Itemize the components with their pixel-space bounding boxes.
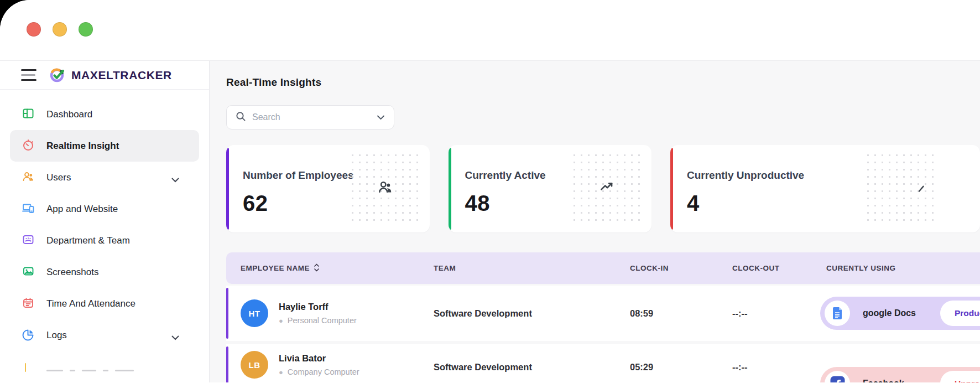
sidebar-item-department-team[interactable]: Department & Team xyxy=(10,225,199,256)
search-box xyxy=(226,105,394,130)
table-row[interactable]: HT Haylie Torff ●Personal Computer Softw… xyxy=(226,286,980,341)
page-title: Real-Time Insights xyxy=(226,76,980,89)
devices-icon xyxy=(22,201,35,217)
logs-icon xyxy=(22,328,35,343)
team-cell: Software Development xyxy=(434,362,630,372)
app-window: MAXELTRACKER Dashboard R xyxy=(0,0,980,383)
employee-device: ●Company Computer xyxy=(279,368,359,376)
sidebar-item-label: Logs xyxy=(46,330,67,341)
chevron-down-icon xyxy=(171,333,179,343)
sidebar-item-label: Users xyxy=(46,172,71,183)
sidebar: MAXELTRACKER Dashboard R xyxy=(0,61,210,382)
screenshots-icon xyxy=(22,265,35,280)
dot-pattern xyxy=(571,152,644,225)
table-header: EMPLOYEE NAME TEAM CLOCK-IN CLOCK-OUT CU… xyxy=(226,252,980,284)
hamburger-menu-icon[interactable] xyxy=(21,69,37,81)
productivity-badge: Unproductive xyxy=(940,371,980,383)
brand-name: MAXELTRACKER xyxy=(71,69,172,82)
row-accent-bar xyxy=(226,346,228,382)
sidebar-item-truncated[interactable] xyxy=(10,351,199,382)
dot-pattern xyxy=(864,152,937,225)
realtime-insight-icon xyxy=(22,138,35,154)
app-name: Facebook xyxy=(863,379,904,383)
sidebar-item-label: App and Website xyxy=(46,204,118,215)
window-controls xyxy=(27,22,93,37)
stat-card-currently-unproductive: Currently Unproductive 4 xyxy=(670,145,980,232)
card-accent-bar xyxy=(670,148,673,230)
avatar: HT xyxy=(241,299,268,327)
trending-up-icon xyxy=(599,179,616,198)
currently-using-chip: Facebook Unproductive xyxy=(820,367,980,383)
card-accent-bar xyxy=(449,148,451,230)
column-header-employee-name[interactable]: EMPLOYEE NAME xyxy=(226,263,434,273)
search-dropdown-chevron-icon[interactable] xyxy=(377,112,385,122)
column-header-clock-out: CLOCK-OUT xyxy=(732,264,826,272)
calendar-icon xyxy=(22,296,35,312)
stat-card-employees: Number of Employees 62 xyxy=(226,145,430,232)
brand-logo: MAXELTRACKER xyxy=(49,65,172,85)
card-accent-bar xyxy=(226,148,229,230)
search-input[interactable] xyxy=(252,112,371,122)
users-icon xyxy=(22,170,35,185)
facebook-icon xyxy=(825,371,850,383)
sidebar-item-app-and-website[interactable]: App and Website xyxy=(10,193,199,225)
app-name: google Docs xyxy=(863,308,916,318)
sidebar-item-logs[interactable]: Logs xyxy=(10,319,199,351)
avatar: LB xyxy=(241,351,268,379)
clock-out-cell: --:-- xyxy=(732,308,826,319)
sidebar-item-dashboard[interactable]: Dashboard xyxy=(10,99,199,130)
realtime-table: EMPLOYEE NAME TEAM CLOCK-IN CLOCK-OUT CU… xyxy=(226,252,980,382)
search-icon xyxy=(236,111,246,124)
truncated-item-icon xyxy=(22,359,35,375)
clock-out-cell: --:-- xyxy=(732,362,826,372)
clock-in-cell: 08:59 xyxy=(630,308,732,319)
department-icon xyxy=(22,233,35,249)
employee-name: Haylie Torff xyxy=(279,302,357,312)
stat-cards: Number of Employees 62 Currently A xyxy=(226,145,980,232)
sidebar-header: MAXELTRACKER xyxy=(0,61,209,90)
productivity-badge: Productive xyxy=(940,301,980,326)
unproductive-icon xyxy=(916,179,933,198)
main-content: Real-Time Insights Number of Employees 6… xyxy=(210,61,980,382)
table-row[interactable]: LB Livia Bator ●Company Computer Softwar… xyxy=(226,344,980,382)
dot-pattern xyxy=(349,152,422,225)
row-accent-bar xyxy=(226,288,228,339)
clock-in-cell: 05:29 xyxy=(630,362,732,372)
sidebar-item-label xyxy=(46,362,134,371)
minimize-button[interactable] xyxy=(53,22,67,37)
sidebar-item-screenshots[interactable]: Screenshots xyxy=(10,256,199,288)
sidebar-item-users[interactable]: Users xyxy=(10,162,199,193)
currently-using-chip: google Docs Productive xyxy=(820,297,980,330)
google-docs-icon xyxy=(825,301,850,326)
sidebar-item-realtime-insight[interactable]: Realtime Insight xyxy=(10,130,199,162)
sidebar-item-label: Realtime Insight xyxy=(46,141,119,152)
logo-mark-icon xyxy=(49,65,66,85)
sidebar-item-label: Dashboard xyxy=(46,109,92,120)
chevron-down-icon xyxy=(171,175,179,185)
sort-icon[interactable] xyxy=(314,263,320,273)
titlebar xyxy=(0,0,980,61)
sidebar-item-time-and-attendance[interactable]: Time And Attendance xyxy=(10,288,199,319)
column-header-team: TEAM xyxy=(434,264,630,272)
sidebar-item-label: Time And Attendance xyxy=(46,298,135,309)
employees-icon xyxy=(377,179,394,198)
sidebar-item-label: Department & Team xyxy=(46,235,130,246)
sidebar-item-label: Screenshots xyxy=(46,267,99,278)
close-button[interactable] xyxy=(27,22,41,37)
column-header-currently-using: CURENTLY USING xyxy=(826,264,980,272)
column-header-clock-in: CLOCK-IN xyxy=(630,264,732,272)
sidebar-nav: Dashboard Realtime Insight xyxy=(0,90,209,382)
stat-card-currently-active: Currently Active 48 xyxy=(449,145,652,232)
employee-name: Livia Bator xyxy=(279,353,359,364)
employee-device: ●Personal Computer xyxy=(279,316,357,325)
maximize-button[interactable] xyxy=(79,22,93,37)
dashboard-icon xyxy=(22,107,35,122)
team-cell: Software Development xyxy=(434,308,630,319)
